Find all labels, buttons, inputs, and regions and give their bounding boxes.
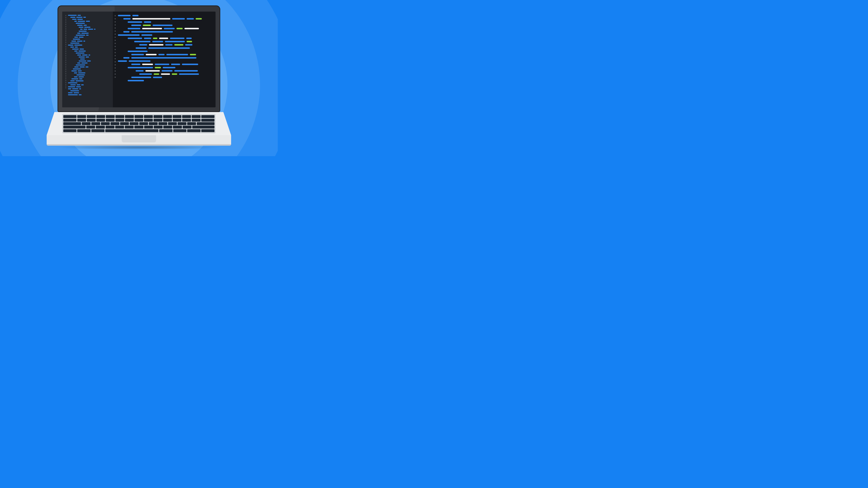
keyboard-key — [154, 119, 162, 122]
keyboard-key — [144, 115, 153, 118]
keyboard-key — [63, 115, 76, 118]
keyboard-key — [197, 122, 214, 125]
keyboard-key — [158, 122, 167, 125]
keyboard-key — [201, 129, 214, 132]
keyboard-key — [86, 126, 95, 129]
keyboard-key — [77, 129, 90, 132]
keyboard-key — [201, 115, 214, 118]
drop-shadow — [54, 145, 224, 150]
keyboard-key — [139, 122, 148, 125]
keyboard-key — [115, 115, 124, 118]
keyboard-key — [159, 129, 172, 132]
keyboard-key — [154, 126, 162, 129]
editor-main-pane — [113, 11, 216, 107]
keyboard-key — [183, 126, 191, 129]
keyboard-key — [87, 119, 96, 122]
keyboard-key — [111, 122, 119, 125]
keyboard-key — [173, 115, 182, 118]
keyboard-key — [182, 119, 191, 122]
keyboard-key — [134, 115, 144, 118]
keyboard-key — [192, 119, 200, 122]
keyboard-key — [106, 119, 115, 122]
keyboard-key — [82, 122, 91, 125]
keyboard-key — [163, 119, 172, 122]
keyboard-key — [115, 119, 124, 122]
keyboard-key — [173, 119, 182, 122]
laptop-lid — [58, 5, 220, 112]
keyboard-key — [134, 119, 144, 122]
keyboard-deck — [46, 112, 231, 135]
keyboard-key — [149, 122, 158, 125]
keyboard-key — [182, 115, 191, 118]
keyboard-key — [120, 122, 129, 125]
keyboard-key — [154, 115, 162, 118]
keyboard-key — [178, 122, 186, 125]
keyboard-key — [125, 115, 134, 118]
keyboard-key — [192, 126, 214, 129]
keyboard-key — [96, 126, 105, 129]
keyboard-key — [63, 119, 76, 122]
keyboard-key — [91, 122, 100, 125]
keyboard-key — [105, 129, 158, 132]
keyboard-key — [77, 119, 86, 122]
keyboard-key — [96, 115, 105, 118]
keyboard-key — [101, 122, 110, 125]
trackpad — [122, 135, 156, 142]
palm-rest — [46, 135, 231, 146]
keyboard-key — [91, 129, 104, 132]
keyboard-key — [168, 122, 177, 125]
keyboard-key — [63, 129, 76, 132]
laptop-base — [46, 112, 231, 147]
keyboard-key — [173, 126, 182, 129]
keyboard-key — [163, 115, 172, 118]
keyboard-key — [173, 129, 186, 132]
keyboard — [62, 114, 216, 133]
keyboard-key — [87, 115, 96, 118]
laptop-illustration — [46, 5, 231, 147]
keyboard-key — [134, 126, 143, 129]
laptop-screen — [62, 11, 216, 107]
keyboard-key — [192, 115, 200, 118]
keyboard-key — [115, 126, 124, 129]
keyboard-key — [125, 119, 134, 122]
keyboard-key — [163, 126, 172, 129]
keyboard-key — [201, 119, 214, 122]
editor-minimap — [62, 11, 113, 107]
keyboard-key — [77, 115, 86, 118]
keyboard-key — [187, 129, 200, 132]
keyboard-key — [125, 126, 134, 129]
keyboard-key — [96, 119, 105, 122]
keyboard-key — [144, 126, 153, 129]
code-editor — [62, 11, 216, 107]
keyboard-key — [187, 122, 196, 125]
keyboard-key — [105, 126, 115, 129]
keyboard-key — [63, 126, 86, 129]
keyboard-key — [106, 115, 115, 118]
keyboard-key — [63, 122, 81, 125]
keyboard-key — [144, 119, 153, 122]
keyboard-key — [130, 122, 138, 125]
